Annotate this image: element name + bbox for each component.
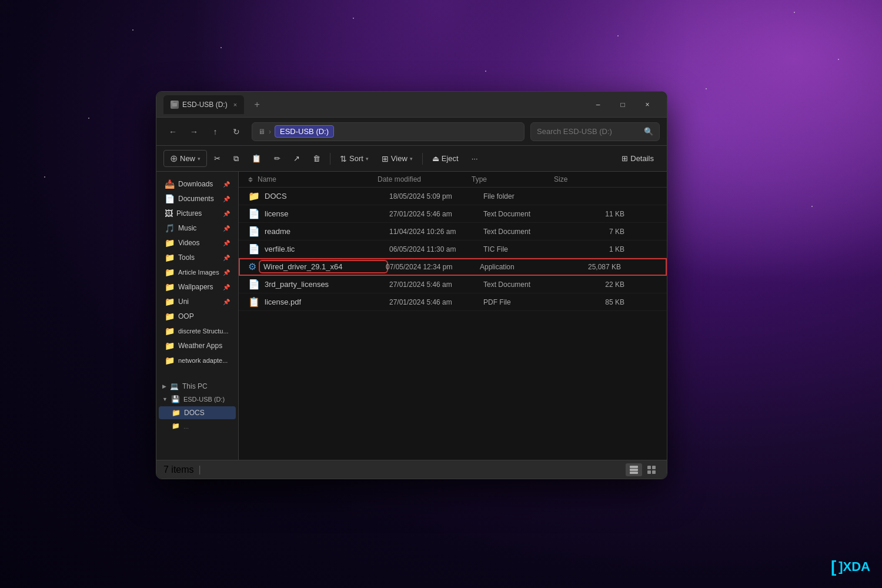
new-label: New: [180, 154, 195, 163]
details-button[interactable]: ⊞ Details: [616, 152, 660, 165]
more-items-icon: 📁: [172, 422, 180, 430]
new-tab-button[interactable]: +: [249, 96, 265, 113]
table-row[interactable]: 📋 license.pdf 27/01/2024 5:46 am PDF Fil…: [239, 293, 667, 311]
refresh-button[interactable]: ↻: [227, 122, 246, 141]
col-name-header[interactable]: Name: [258, 175, 276, 183]
sidebar-item-tools-label: Tools: [178, 253, 219, 262]
network-adapter-folder-icon: 📁: [165, 356, 175, 365]
table-row[interactable]: ⚙ Wired_driver_29.1_x64 07/05/2024 12:34…: [239, 258, 667, 276]
paste-button[interactable]: 📋: [246, 152, 267, 165]
file-name: license.pdf: [265, 298, 389, 306]
sidebar-item-network-adapter[interactable]: 📁 network adapte...: [159, 353, 236, 368]
app-icon: ⚙: [248, 261, 256, 272]
delete-button[interactable]: 🗑: [307, 152, 326, 165]
sidebar-item-pictures[interactable]: 🖼 Pictures 📌: [159, 206, 236, 220]
col-date-header[interactable]: Date modified: [377, 175, 472, 183]
grid-view-button[interactable]: [643, 463, 660, 476]
up-button[interactable]: ↑: [206, 122, 225, 141]
file-size: 11 KB: [566, 210, 624, 218]
sidebar-item-oop-label: OOP: [178, 312, 230, 320]
maximize-button[interactable]: □: [610, 95, 635, 114]
sidebar-item-wallpapers[interactable]: 📁 Wallpapers 📌: [159, 280, 236, 294]
content-area: 📥 Downloads 📌 📄 Documents 📌 🖼 Pictures 📌…: [156, 172, 667, 460]
file-name: DOCS: [265, 192, 389, 201]
eject-button[interactable]: ⏏ Eject: [426, 152, 465, 165]
file-type: File folder: [483, 192, 566, 201]
this-pc-label: This PC: [182, 382, 208, 390]
col-size-header[interactable]: Size: [554, 175, 613, 183]
sort-chevron-icon: ▾: [366, 156, 369, 162]
more-items-label: ...: [183, 423, 189, 430]
cmd-separator-2: [422, 153, 423, 165]
view-icon: ⊞: [382, 154, 389, 163]
forward-button[interactable]: →: [185, 122, 203, 141]
address-path[interactable]: ESD-USB (D:): [275, 125, 334, 138]
table-row[interactable]: 📁 DOCS 18/05/2024 5:09 pm File folder: [239, 188, 667, 205]
sidebar-item-discrete[interactable]: 📁 discrete Structu...: [159, 324, 236, 338]
svg-rect-8: [652, 470, 656, 474]
more-button[interactable]: ···: [466, 152, 484, 165]
sidebar-item-tools[interactable]: 📁 Tools 📌: [159, 250, 236, 265]
sidebar-item-uni-label: Uni: [178, 298, 219, 306]
pictures-folder-icon: 🖼: [165, 209, 173, 218]
docs-sub-icon: 📁: [172, 409, 181, 417]
close-button[interactable]: ×: [635, 95, 660, 114]
col-type-header[interactable]: Type: [472, 175, 554, 183]
file-icon: 📄: [248, 279, 260, 290]
rename-button[interactable]: ✏: [268, 152, 286, 165]
search-input[interactable]: [537, 127, 640, 136]
sidebar-item-downloads[interactable]: 📥 Downloads 📌: [159, 177, 236, 191]
table-row[interactable]: 📄 3rd_party_licenses 27/01/2024 5:46 am …: [239, 276, 667, 293]
sidebar-item-documents[interactable]: 📄 Documents 📌: [159, 192, 236, 206]
sidebar-item-oop[interactable]: 📁 OOP: [159, 309, 236, 323]
file-type: Text Document: [483, 280, 566, 289]
sidebar-sub-docs[interactable]: 📁 DOCS: [159, 406, 236, 419]
weather-apps-folder-icon: 📁: [165, 341, 175, 350]
cut-button[interactable]: ✂: [208, 152, 226, 165]
list-view-button[interactable]: [626, 463, 642, 476]
this-pc-chevron-icon: ▶: [162, 383, 166, 389]
sort-button[interactable]: ⇅ Sort ▾: [334, 152, 375, 166]
details-label: Details: [630, 154, 654, 163]
minimize-button[interactable]: –: [586, 95, 610, 114]
documents-pin-icon: 📌: [223, 196, 230, 202]
file-date: 27/01/2024 5:46 am: [389, 298, 483, 306]
sort-arrow-name: [248, 177, 253, 182]
view-button[interactable]: ⊞ View ▾: [376, 152, 419, 166]
sort-label: Sort: [349, 154, 363, 163]
this-pc-section[interactable]: ▶ 💻 This PC: [156, 380, 238, 393]
tab-close-button[interactable]: ×: [233, 101, 237, 108]
file-size: 1 KB: [566, 245, 624, 253]
new-icon: ⊕: [170, 153, 178, 164]
sidebar-sub-more[interactable]: 📁 ...: [159, 420, 236, 432]
address-bar[interactable]: 🖥 › ESD-USB (D:): [252, 122, 524, 141]
back-button[interactable]: ←: [163, 122, 182, 141]
sidebar-item-videos[interactable]: 📁 Videos 📌: [159, 236, 236, 250]
navigation-toolbar: ← → ↑ ↻ 🖥 › ESD-USB (D:) 🔍: [156, 118, 667, 146]
sidebar-item-uni[interactable]: 📁 Uni 📌: [159, 295, 236, 309]
svg-rect-0: [172, 103, 177, 106]
new-button[interactable]: ⊕ New ▾: [163, 150, 207, 167]
sidebar-item-pictures-label: Pictures: [176, 209, 219, 218]
sidebar-item-weather-apps[interactable]: 📁 Weather Apps: [159, 339, 236, 353]
file-icon: 📄: [248, 226, 260, 237]
file-name: 3rd_party_licenses: [265, 280, 389, 289]
table-row[interactable]: 📄 readme 11/04/2024 10:26 am Text Docume…: [239, 223, 667, 240]
address-monitor-icon: 🖥: [258, 128, 265, 136]
table-row[interactable]: 📄 verfile.tic 06/05/2024 11:30 am TIC Fi…: [239, 240, 667, 258]
active-tab[interactable]: ESD-USB (D:) ×: [163, 95, 244, 114]
downloads-pin-icon: 📌: [223, 181, 230, 188]
svg-rect-6: [652, 466, 656, 469]
copy-button[interactable]: ⧉: [228, 152, 245, 166]
table-row[interactable]: 📄 license 27/01/2024 5:46 am Text Docume…: [239, 205, 667, 223]
docs-sub-label: DOCS: [184, 409, 205, 417]
back-icon: ←: [169, 127, 177, 136]
sidebar-item-videos-label: Videos: [178, 239, 219, 247]
esd-usb-icon: 💾: [171, 395, 180, 403]
esd-usb-section[interactable]: ▼ 💾 ESD-USB (D:): [156, 393, 238, 406]
file-size: 22 KB: [566, 280, 624, 289]
share-button[interactable]: ↗: [288, 152, 306, 165]
sidebar-item-article-images[interactable]: 📁 Article Images 📌: [159, 265, 236, 279]
search-box[interactable]: 🔍: [530, 122, 660, 141]
sidebar-item-music[interactable]: 🎵 Music 📌: [159, 221, 236, 235]
